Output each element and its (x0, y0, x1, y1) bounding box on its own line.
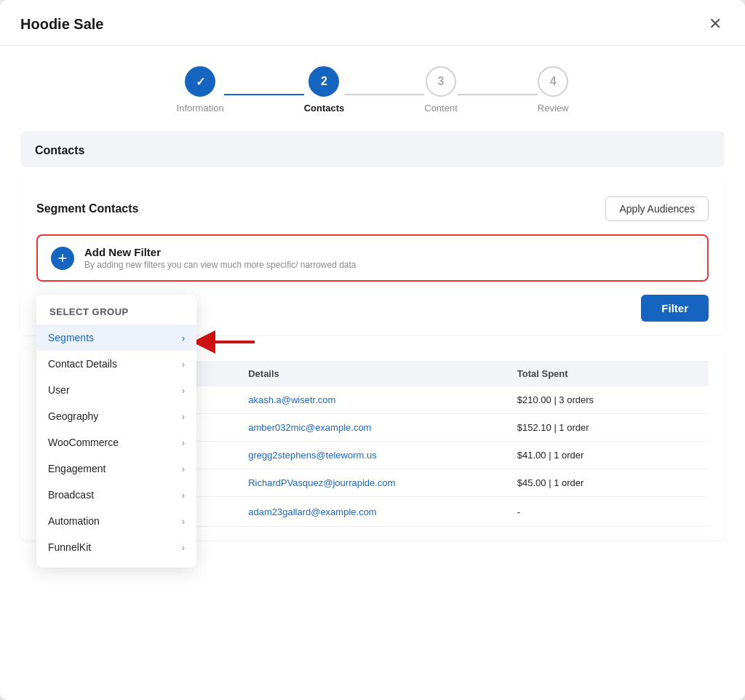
segment-contacts-title: Segment Contacts (36, 202, 138, 215)
dropdown-item-user[interactable]: User › (36, 377, 196, 403)
row-total-cell: $41.00 | 1 order (507, 442, 709, 469)
row-total-cell: $45.00 | 1 order (507, 469, 709, 497)
step-label-content: Content (424, 103, 458, 114)
step-contacts[interactable]: 2 Contacts (304, 66, 345, 114)
row-email-cell: amber032mic@example.com (238, 414, 507, 442)
apply-audiences-button[interactable]: Apply Audiences (605, 196, 709, 221)
chevron-icon-engagement: › (182, 464, 185, 474)
dropdown-item-woocommerce[interactable]: WooCommerce › (36, 429, 196, 456)
dropdown-item-engagement[interactable]: Engagement › (36, 456, 196, 482)
dropdown-item-funnelkit-label: FunnelKit (48, 541, 91, 553)
dropdown-item-segments[interactable]: Segments › (36, 325, 196, 351)
step-review[interactable]: 4 Review (538, 66, 569, 114)
row-email-cell: akash.a@wisetr.com (238, 386, 507, 414)
contacts-section: Contacts (20, 131, 725, 167)
chevron-icon-geography: › (182, 411, 185, 422)
filter-button[interactable]: Filter (641, 295, 709, 322)
main-content: Contacts Segment Contacts Apply Audience… (0, 131, 745, 560)
step-circle-review: 4 (538, 66, 568, 97)
dropdown-item-broadcast-label: Broadcast (48, 489, 94, 501)
add-filter-title: Add New Filter (84, 246, 356, 258)
step-circle-content: 3 (426, 66, 456, 97)
chevron-icon-user: › (182, 385, 185, 396)
modal-title: Hoodie Sale (20, 16, 103, 33)
dropdown-item-contact-details-label: Contact Details (48, 358, 117, 370)
chevron-icon-funnelkit: › (182, 542, 185, 553)
step-content[interactable]: 3 Content (424, 66, 458, 114)
close-button[interactable]: ✕ (706, 13, 725, 35)
segment-header: Segment Contacts Apply Audiences (36, 196, 709, 221)
row-email-cell: RichardPVasquez@jourrapide.com (238, 469, 507, 497)
row-total-cell: - (507, 497, 709, 527)
dropdown-item-engagement-label: Engagement (48, 463, 105, 474)
dropdown-item-contact-details[interactable]: Contact Details › (36, 351, 196, 377)
steps-bar: ✓ Information 2 Contacts 3 Content 4 Re (0, 46, 745, 131)
add-filter-text: Add New Filter By adding new filters you… (84, 246, 356, 270)
connector-1-2 (224, 94, 304, 95)
dropdown-item-geography[interactable]: Geography › (36, 403, 196, 429)
dropdown-item-segments-label: Segments (48, 332, 94, 343)
filter-row-container: Select Group Segments › Contact Details … (36, 295, 709, 335)
add-filter-subtitle: By adding new filters you can view much … (84, 260, 356, 270)
chevron-icon-segments: › (182, 333, 185, 343)
modal-header: Hoodie Sale ✕ (0, 0, 745, 46)
dropdown-item-geography-label: Geography (48, 410, 98, 422)
chevron-icon-broadcast: › (182, 490, 185, 501)
dropdown-item-woocommerce-label: WooCommerce (48, 437, 119, 448)
step-circle-information: ✓ (185, 66, 215, 97)
chevron-icon-contact-details: › (182, 359, 185, 370)
dropdown-item-user-label: User (48, 384, 70, 396)
col-details: Details (238, 361, 507, 386)
contacts-section-title: Contacts (35, 144, 84, 156)
row-total-cell: $152.10 | 1 order (507, 414, 709, 442)
modal: Hoodie Sale ✕ ✓ Information 2 Contacts 3… (0, 0, 745, 700)
step-label-information: Information (177, 103, 224, 114)
connector-2-3 (344, 94, 424, 95)
connector-3-4 (458, 94, 538, 95)
chevron-icon-automation: › (182, 516, 185, 527)
step-information[interactable]: ✓ Information (177, 66, 224, 114)
step-label-contacts: Contacts (304, 103, 345, 114)
dropdown-title: Select Group (36, 302, 196, 325)
col-total-spent: Total Spent (507, 361, 709, 386)
select-group-dropdown: Select Group Segments › Contact Details … (36, 295, 196, 568)
segment-card: Segment Contacts Apply Audiences + Add N… (20, 180, 725, 335)
add-filter-icon: + (51, 247, 74, 270)
dropdown-item-funnelkit[interactable]: FunnelKit › (36, 534, 196, 560)
dropdown-item-automation-label: Automation (48, 515, 100, 527)
steps-row: ✓ Information 2 Contacts 3 Content 4 Re (177, 66, 569, 114)
dropdown-item-broadcast[interactable]: Broadcast › (36, 482, 196, 508)
row-email-cell: adam23gallard@example.com (238, 497, 507, 527)
step-label-review: Review (538, 103, 569, 114)
chevron-icon-woocommerce: › (182, 437, 185, 448)
step-circle-contacts: 2 (308, 66, 339, 97)
add-filter-box[interactable]: + Add New Filter By adding new filters y… (36, 234, 709, 282)
row-email-cell: gregg2stephens@teleworm.us (238, 442, 507, 469)
row-total-cell: $210.00 | 3 orders (507, 386, 709, 414)
dropdown-item-automation[interactable]: Automation › (36, 508, 196, 534)
